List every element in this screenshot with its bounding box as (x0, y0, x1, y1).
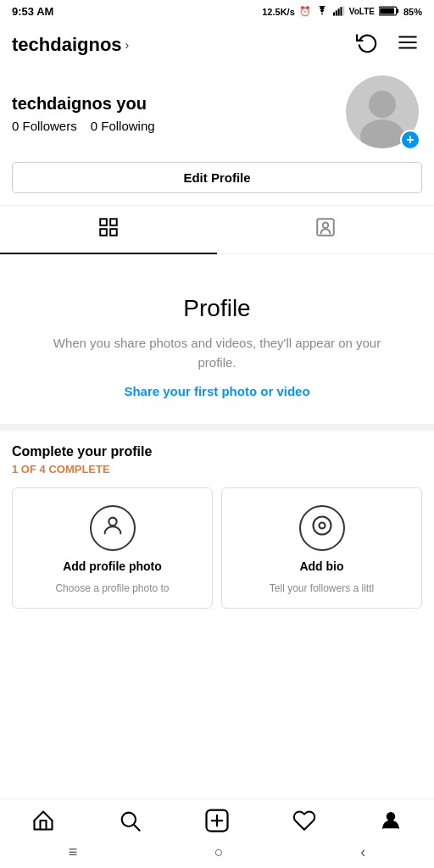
complete-profile-section: Complete your profile 1 OF 4 COMPLETE Ad… (0, 431, 434, 619)
nav-home-button[interactable] (31, 809, 55, 832)
svg-point-12 (369, 91, 396, 118)
empty-state-description: When you share photos and videos, they'l… (34, 334, 400, 372)
complete-profile-title: Complete your profile (12, 444, 422, 459)
tab-tagged[interactable] (217, 206, 434, 253)
grid-icon (97, 216, 120, 243)
svg-point-19 (323, 223, 329, 229)
avatar-wrap: + (346, 75, 422, 152)
svg-point-20 (108, 518, 116, 526)
gesture-menu-icon[interactable]: ≡ (69, 843, 78, 861)
dropdown-arrow-icon[interactable]: › (125, 38, 130, 52)
username-row[interactable]: techdaignos › (12, 34, 129, 56)
svg-rect-2 (337, 8, 339, 15)
card-add-bio[interactable]: Add bio Tell your followers a littl (221, 487, 422, 609)
following-count: 0 Following (91, 119, 155, 133)
alarm-icon: ⏰ (299, 6, 311, 17)
nav-activity-button[interactable] (292, 809, 316, 832)
svg-rect-3 (340, 7, 342, 16)
menu-button[interactable] (393, 28, 422, 62)
svg-rect-14 (100, 219, 107, 225)
svg-rect-15 (110, 219, 117, 225)
person-icon (101, 514, 125, 542)
wifi-icon (315, 6, 329, 18)
profile-info: techdaignos you 0 Followers 0 Following (12, 94, 346, 133)
tagged-icon (314, 216, 337, 243)
chat-icon (310, 514, 334, 542)
card-photo-title: Add profile photo (63, 559, 162, 573)
svg-rect-17 (110, 229, 117, 236)
nav-add-button[interactable] (204, 808, 230, 833)
svg-rect-18 (317, 219, 334, 236)
svg-point-28 (387, 813, 394, 821)
gesture-back-icon[interactable]: ‹ (360, 843, 365, 861)
card-bio-desc: Tell your followers a littl (270, 581, 374, 596)
card-add-photo[interactable]: Add profile photo Choose a profile photo… (12, 487, 213, 609)
svg-point-21 (313, 517, 331, 535)
network-speed: 12.5K/s (262, 7, 295, 17)
profile-empty-state: Profile When you share photos and videos… (0, 254, 434, 424)
top-nav: techdaignos › (0, 21, 434, 70)
share-first-photo-link[interactable]: Share your first photo or video (34, 384, 400, 398)
svg-line-24 (134, 825, 139, 830)
progress-label: COMPLETE (48, 463, 109, 476)
tabs-row (0, 205, 434, 254)
card-bio-title: Add bio (299, 559, 343, 573)
svg-rect-1 (336, 10, 337, 15)
history-button[interactable] (353, 28, 381, 62)
battery-icon (379, 6, 399, 18)
bottom-nav-icons (0, 799, 434, 838)
svg-point-22 (319, 523, 325, 529)
username-label: techdaignos (12, 34, 122, 56)
status-bar: 9:53 AM 12.5K/s ⏰ VoLTE (0, 0, 434, 21)
profile-section: techdaignos you 0 Followers 0 Following … (0, 70, 434, 162)
profile-display-name: techdaignos you (12, 94, 346, 114)
card-photo-icon-circle (90, 505, 136, 551)
nav-search-button[interactable] (118, 809, 142, 832)
gesture-bar: ≡ ○ ‹ (0, 838, 434, 868)
follow-stats: 0 Followers 0 Following (12, 119, 346, 133)
gesture-home-icon[interactable]: ○ (214, 843, 224, 861)
nav-icons (353, 28, 422, 62)
progress-fraction: 1 OF 4 (12, 463, 46, 476)
card-bio-icon-circle (299, 505, 345, 551)
section-divider (0, 424, 434, 431)
status-time: 9:53 AM (12, 5, 53, 18)
status-right: 12.5K/s ⏰ VoLTE (262, 6, 422, 18)
battery-percent: 85% (403, 7, 422, 17)
card-photo-desc: Choose a profile photo to (55, 581, 169, 596)
empty-state-title: Profile (34, 295, 400, 322)
signal-icon (333, 6, 345, 18)
svg-rect-6 (397, 8, 398, 13)
complete-profile-progress: 1 OF 4 COMPLETE (12, 463, 422, 476)
svg-rect-7 (380, 8, 394, 14)
svg-rect-16 (100, 229, 107, 236)
svg-rect-4 (342, 6, 344, 15)
add-avatar-button[interactable]: + (400, 130, 420, 150)
tab-grid[interactable] (0, 206, 217, 253)
volte-icon: VoLTE (349, 7, 375, 16)
bottom-nav: ≡ ○ ‹ (0, 798, 434, 868)
nav-profile-button[interactable] (379, 809, 403, 832)
followers-count: 0 Followers (12, 119, 77, 133)
svg-rect-0 (333, 12, 335, 15)
edit-profile-button[interactable]: Edit Profile (12, 162, 422, 193)
cards-row: Add profile photo Choose a profile photo… (12, 487, 422, 609)
